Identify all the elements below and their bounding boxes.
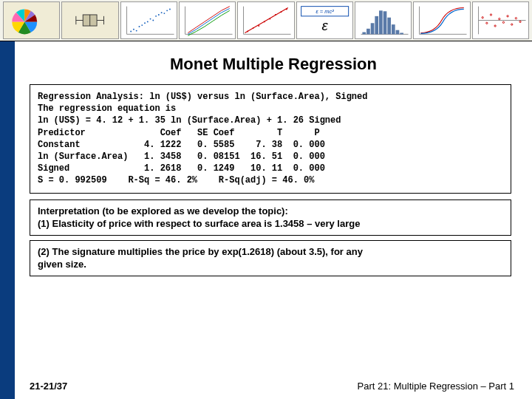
thumb-boxplot xyxy=(61,1,118,39)
reg-line-1: Regression Analysis: ln (US$) versus ln … xyxy=(38,91,503,103)
reg-line-2: The regression equation is xyxy=(38,103,503,115)
svg-rect-44 xyxy=(383,11,387,34)
svg-text:ε: ε xyxy=(321,18,328,33)
svg-point-29 xyxy=(259,25,260,27)
svg-rect-39 xyxy=(362,33,366,35)
svg-point-15 xyxy=(152,20,154,21)
svg-rect-46 xyxy=(392,24,395,34)
svg-point-61 xyxy=(515,18,516,19)
svg-point-56 xyxy=(494,25,496,27)
thumb-quantile-lines xyxy=(179,1,236,39)
slide-body: Monet Multiple Regression Regression Ana… xyxy=(0,41,532,399)
svg-point-20 xyxy=(166,10,168,11)
svg-rect-40 xyxy=(366,29,370,35)
reg-line-7: Signed 1. 2618 0. 1249 10. 11 0. 000 xyxy=(38,163,503,174)
svg-point-58 xyxy=(502,21,504,23)
svg-point-9 xyxy=(135,30,137,32)
reg-line-3: ln (US$) = 4. 12 + 1. 35 ln (Surface.Are… xyxy=(38,115,503,126)
svg-rect-43 xyxy=(379,10,383,34)
svg-rect-45 xyxy=(387,18,391,35)
svg-point-32 xyxy=(275,14,276,16)
thumb-histogram xyxy=(355,1,412,39)
svg-rect-42 xyxy=(375,16,378,34)
reg-line-5: Constant 4. 1222 0. 5585 7. 38 0. 000 xyxy=(38,139,503,151)
thumb-scurve xyxy=(413,1,470,39)
thumb-formula: ε = mc² ε xyxy=(296,1,353,39)
svg-point-62 xyxy=(519,21,521,22)
reg-line-6: ln (Surface.Area) 1. 3458 0. 08151 16. 5… xyxy=(38,151,503,163)
interp2-l1: (2) The signature multiplies the price b… xyxy=(38,245,503,259)
svg-point-7 xyxy=(130,31,132,33)
reg-line-4: Predictor Coef SE Coef T P xyxy=(38,127,503,139)
svg-point-31 xyxy=(270,18,271,20)
svg-point-11 xyxy=(141,24,143,26)
page-number: 21-21/37 xyxy=(30,381,67,392)
interp1-l2: (1) Elasticity of price with respect to … xyxy=(38,217,503,231)
svg-point-28 xyxy=(253,27,254,29)
svg-rect-48 xyxy=(400,33,403,34)
svg-point-30 xyxy=(264,21,265,22)
page-title: Monet Multiple Regression xyxy=(15,41,532,84)
thumb-pie xyxy=(3,1,60,39)
svg-point-60 xyxy=(511,24,512,25)
thumb-residuals xyxy=(472,1,529,39)
svg-point-33 xyxy=(281,11,282,13)
svg-point-8 xyxy=(133,29,134,30)
svg-point-12 xyxy=(144,22,146,24)
svg-point-10 xyxy=(138,26,140,27)
svg-point-19 xyxy=(163,13,165,14)
interp2-l2: given size. xyxy=(38,258,503,271)
svg-text:ε = mc²: ε = mc² xyxy=(316,8,334,15)
svg-point-34 xyxy=(286,8,287,10)
svg-point-21 xyxy=(169,8,171,10)
slide-footer: 21-21/37 Part 21: Multiple Regression – … xyxy=(30,381,514,392)
svg-point-55 xyxy=(490,14,491,16)
svg-point-27 xyxy=(248,31,249,33)
svg-point-53 xyxy=(482,17,483,18)
svg-point-17 xyxy=(158,14,160,16)
interpretation-box-1: Interpretation (to be explored as we dev… xyxy=(30,200,511,236)
svg-rect-41 xyxy=(371,23,375,34)
svg-point-13 xyxy=(146,21,148,22)
footer-part-label: Part 21: Multiple Regression – Part 1 xyxy=(358,381,514,392)
interpretation-box-2: (2) The signature multiplies the price b… xyxy=(30,240,511,276)
svg-point-18 xyxy=(160,12,162,13)
svg-point-59 xyxy=(507,16,508,17)
reg-line-8: S = 0. 992509 R-Sq = 46. 2% R-Sq(adj) = … xyxy=(38,174,503,186)
thumbnail-strip: ε = mc² ε xyxy=(0,0,532,41)
svg-rect-47 xyxy=(396,30,400,35)
svg-point-16 xyxy=(155,16,157,17)
svg-point-14 xyxy=(149,18,151,20)
thumb-fitted xyxy=(237,1,294,39)
svg-point-57 xyxy=(498,18,499,19)
svg-point-54 xyxy=(485,22,487,24)
regression-output-box: Regression Analysis: ln (US$) versus ln … xyxy=(30,84,511,194)
interp1-l1: Interpretation (to be explored as we dev… xyxy=(38,205,503,218)
thumb-scatter xyxy=(120,1,177,39)
